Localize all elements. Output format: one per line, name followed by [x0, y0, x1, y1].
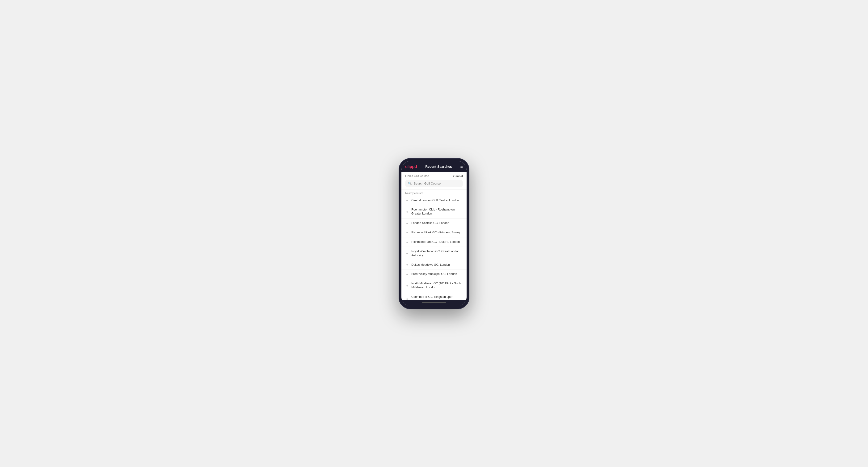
pin-icon: ●: [405, 231, 409, 234]
nav-bar: clippd Recent Searches ≡: [401, 161, 467, 172]
pin-icon: ●: [405, 252, 409, 255]
list-item[interactable]: ● Roehampton Club - Roehampton, Greater …: [401, 205, 467, 219]
pin-icon: ●: [405, 297, 409, 300]
search-icon: 🔍: [408, 182, 412, 185]
cancel-button[interactable]: Cancel: [453, 175, 463, 178]
course-name: Dukes Meadows GC, London: [411, 263, 450, 267]
phone-screen: clippd Recent Searches ≡ Find a Golf Cou…: [401, 161, 467, 306]
home-bar: [422, 302, 446, 303]
pin-icon: ●: [405, 221, 409, 225]
list-item[interactable]: ● Coombe Hill GC, Kingston upon Thames: [401, 292, 467, 300]
list-item[interactable]: ● London Scottish GC, London: [401, 219, 467, 228]
search-container: 🔍: [401, 180, 467, 189]
list-item[interactable]: ● Richmond Park GC - Prince's, Surrey: [401, 228, 467, 238]
pin-icon: ●: [405, 210, 409, 214]
phone-frame: clippd Recent Searches ≡ Find a Golf Cou…: [399, 158, 469, 309]
pin-icon: ●: [405, 198, 409, 202]
nav-title: Recent Searches: [425, 165, 452, 168]
course-name: Central London Golf Centre, London: [411, 198, 459, 203]
pin-icon: ●: [405, 263, 409, 267]
content-area: Find a Golf Course Cancel 🔍 Nearby cours…: [401, 172, 467, 300]
menu-icon[interactable]: ≡: [460, 164, 463, 169]
pin-icon: ●: [405, 240, 409, 244]
pin-icon: ●: [405, 284, 409, 287]
list-item[interactable]: ● Royal Wimbledon GC, Great London Autho…: [401, 247, 467, 260]
list-item[interactable]: ● Richmond Park GC - Duke's, London: [401, 238, 467, 247]
course-name: Royal Wimbledon GC, Great London Authori…: [411, 249, 463, 257]
course-list: ● Central London Golf Centre, London ● R…: [401, 196, 467, 300]
list-item[interactable]: ● Central London Golf Centre, London: [401, 196, 467, 205]
list-item[interactable]: ● North Middlesex GC (1011942 - North Mi…: [401, 279, 467, 292]
course-name: North Middlesex GC (1011942 - North Midd…: [411, 282, 463, 289]
course-name: London Scottish GC, London: [411, 221, 450, 225]
list-item[interactable]: ● Dukes Meadows GC, London: [401, 260, 467, 270]
course-name: Richmond Park GC - Prince's, Surrey: [411, 230, 460, 235]
pin-icon: ●: [405, 272, 409, 276]
course-name: Roehampton Club - Roehampton, Greater Lo…: [411, 208, 463, 216]
nearby-section-label: Nearby courses: [401, 189, 467, 196]
search-box: 🔍: [405, 180, 463, 187]
find-header: Find a Golf Course Cancel: [401, 172, 467, 180]
search-input[interactable]: [414, 182, 460, 185]
list-item[interactable]: ● Brent Valley Municipal GC, London: [401, 270, 467, 279]
course-name: Coombe Hill GC, Kingston upon Thames: [411, 295, 463, 300]
home-indicator: [401, 300, 467, 306]
course-name: Richmond Park GC - Duke's, London: [411, 240, 460, 244]
app-logo: clippd: [405, 164, 417, 169]
course-name: Brent Valley Municipal GC, London: [411, 272, 457, 276]
find-label: Find a Golf Course: [405, 175, 429, 178]
